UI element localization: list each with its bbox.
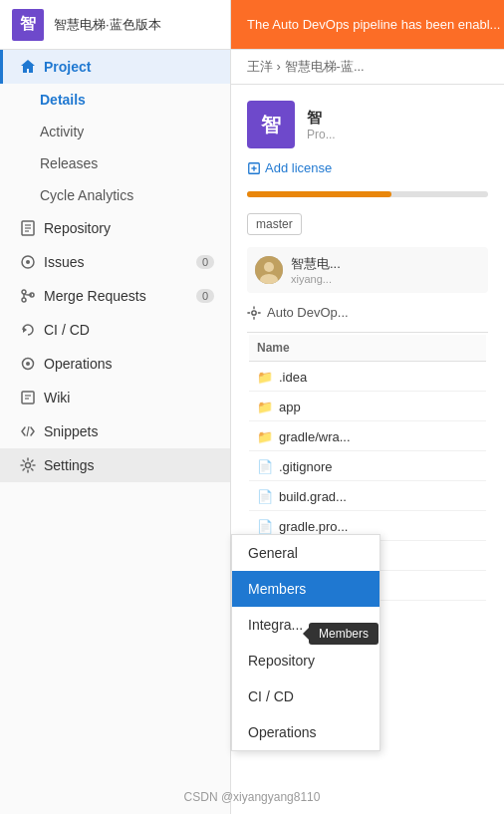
contributor-row: 智慧电... xiyang...	[247, 247, 488, 293]
submenu-item-general[interactable]: General	[232, 535, 379, 571]
progress-bar	[247, 191, 488, 197]
sidebar-item-details[interactable]: Details	[0, 84, 230, 116]
sidebar: Project Details Activity Releases Cycle …	[0, 50, 231, 814]
table-row[interactable]: 📁gradle/wra...	[249, 423, 486, 451]
contributor-info: 智慧电... xiyang...	[291, 255, 341, 285]
sidebar-item-issues[interactable]: Issues 0	[0, 245, 230, 279]
project-name-area: 智 Pro...	[307, 109, 336, 141]
table-row[interactable]: 📄build.grad...	[249, 483, 486, 511]
sidebar-item-releases[interactable]: Releases	[0, 147, 230, 179]
project-header: 智 智 Pro...	[247, 101, 488, 148]
table-row[interactable]: 📄.gitignore	[249, 453, 486, 481]
file-icon: 📄	[257, 519, 273, 534]
wiki-icon	[20, 390, 36, 406]
submenu-item-cicd[interactable]: CI / CD	[232, 678, 379, 714]
svg-point-7	[22, 298, 26, 302]
auto-devops-label: Auto DevOp...	[267, 305, 349, 320]
merge-icon	[20, 288, 36, 304]
svg-point-24	[252, 310, 256, 314]
table-row[interactable]: 📁app	[249, 394, 486, 421]
breadcrumb: 王洋 › 智慧电梯-蓝...	[231, 50, 504, 85]
add-license-link[interactable]: Add license	[247, 160, 488, 175]
sidebar-item-operations[interactable]: Operations	[0, 347, 230, 381]
logo-area: 智 智慧电梯·蓝色版本	[0, 0, 231, 49]
table-row[interactable]: 📁.idea	[249, 364, 486, 392]
issues-badge: 0	[196, 255, 214, 269]
folder-icon: 📁	[257, 429, 273, 444]
project-display-name: 智	[307, 109, 336, 128]
svg-rect-13	[22, 392, 34, 404]
license-icon	[247, 161, 261, 175]
project-sub-text: Pro...	[307, 128, 336, 141]
sidebar-item-snippets[interactable]: Snippets	[0, 414, 230, 448]
file-icon: 📄	[257, 489, 273, 504]
svg-marker-10	[23, 327, 27, 333]
ci-icon	[20, 322, 36, 338]
sidebar-item-repository[interactable]: Repository	[0, 211, 230, 245]
repository-icon	[20, 220, 36, 236]
project-logo-box: 智	[247, 101, 295, 148]
sidebar-snippets-label: Snippets	[44, 423, 98, 439]
sidebar-ci-label: CI / CD	[44, 322, 90, 338]
gear-small-icon	[247, 306, 261, 320]
snippets-icon	[20, 423, 36, 439]
sidebar-item-cycle-analytics[interactable]: Cycle Analytics	[0, 179, 230, 211]
svg-point-22	[264, 262, 274, 272]
svg-point-5	[26, 260, 30, 264]
sidebar-item-ci-cd[interactable]: CI / CD	[0, 313, 230, 347]
file-table-name-header: Name	[249, 335, 486, 362]
top-header: 智 智慧电梯·蓝色版本 The Auto DevOps pipeline has…	[0, 0, 504, 50]
banner: The Auto DevOps pipeline has been enabl.…	[231, 0, 504, 49]
sidebar-item-wiki[interactable]: Wiki	[0, 381, 230, 414]
sidebar-issues-label: Issues	[44, 254, 84, 270]
folder-icon: 📁	[257, 400, 273, 414]
file-icon: 📄	[257, 459, 273, 474]
submenu-item-operations[interactable]: Operations	[232, 714, 379, 750]
submenu-item-repository[interactable]: Repository	[232, 643, 379, 678]
project-logo: 智	[12, 9, 44, 41]
svg-point-6	[22, 290, 26, 294]
auto-devops-row[interactable]: Auto DevOp...	[247, 305, 488, 320]
branch-badge[interactable]: master	[247, 213, 302, 235]
sidebar-item-settings[interactable]: Settings	[0, 448, 230, 482]
contributor-name: 智慧电...	[291, 255, 341, 273]
submenu-item-members[interactable]: Members	[232, 571, 379, 607]
progress-fill	[247, 191, 391, 197]
contributor-sub: xiyang...	[291, 273, 341, 285]
svg-point-12	[26, 362, 30, 366]
operations-icon	[20, 356, 36, 372]
sidebar-item-activity[interactable]: Activity	[0, 116, 230, 147]
issues-icon	[20, 254, 36, 270]
watermark: CSDN @xiyangyang8110	[184, 790, 321, 804]
sidebar-repository-label: Repository	[44, 220, 111, 236]
sidebar-project-label: Project	[44, 59, 91, 75]
members-tooltip: Members	[309, 623, 378, 645]
sidebar-operations-label: Operations	[44, 356, 112, 372]
settings-icon	[20, 457, 36, 473]
sidebar-wiki-label: Wiki	[44, 390, 70, 406]
merge-badge: 0	[196, 289, 214, 303]
avatar-img	[255, 256, 283, 284]
sidebar-item-merge-requests[interactable]: Merge Requests 0	[0, 279, 230, 313]
contributor-avatar	[255, 256, 283, 284]
sidebar-project-header[interactable]: Project	[0, 50, 230, 84]
sidebar-settings-label: Settings	[44, 457, 95, 473]
folder-icon: 📁	[257, 370, 273, 385]
sidebar-merge-label: Merge Requests	[44, 288, 146, 304]
home-icon	[20, 59, 36, 75]
svg-point-17	[26, 463, 31, 468]
svg-line-16	[27, 426, 29, 436]
project-title: 智慧电梯·蓝色版本	[54, 16, 161, 34]
